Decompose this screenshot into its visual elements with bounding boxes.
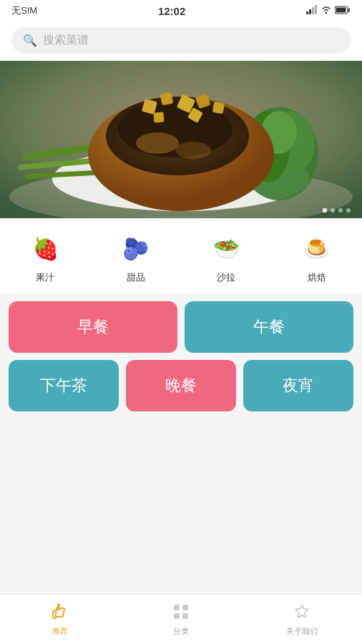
search-icon: 🔍: [23, 34, 37, 47]
category-section: 🍓 果汁 🫐 甜品 🥗 沙拉 🍮 烘焙: [0, 218, 362, 293]
tab-recommend[interactable]: 推荐: [0, 597, 121, 643]
svg-rect-32: [174, 613, 180, 619]
search-bar: 🔍 搜索菜谱: [0, 21, 362, 61]
dinner-button[interactable]: 晚餐: [126, 360, 236, 411]
juice-icon: 🍓: [26, 230, 64, 267]
svg-rect-1: [309, 9, 311, 14]
svg-rect-2: [312, 7, 314, 14]
svg-rect-6: [348, 8, 350, 11]
svg-rect-33: [182, 613, 188, 619]
meal-row-1: 早餐 午餐: [9, 301, 353, 353]
svg-rect-28: [153, 112, 164, 122]
status-carrier: 无SIM: [11, 4, 37, 17]
svg-rect-30: [174, 605, 180, 610]
status-bar: 无SIM 12:02: [0, 0, 362, 21]
hero-dot-3: [338, 208, 343, 213]
supper-button[interactable]: 夜宵: [243, 360, 353, 411]
svg-rect-31: [182, 605, 188, 610]
svg-point-21: [136, 132, 179, 154]
tab-bar: 推荐 分类 关于我们: [0, 594, 362, 644]
dessert-label: 甜品: [127, 271, 145, 284]
afternoon-tea-button[interactable]: 下午茶: [9, 360, 119, 411]
svg-rect-24: [160, 92, 174, 106]
tab-about-label: 关于我们: [286, 626, 318, 637]
baking-label: 烘焙: [308, 271, 326, 284]
tab-category[interactable]: 分类: [121, 597, 242, 643]
search-input[interactable]: 🔍 搜索菜谱: [11, 27, 351, 54]
category-baking[interactable]: 🍮 烘焙: [288, 230, 346, 284]
category-salad[interactable]: 🥗 沙拉: [197, 230, 255, 284]
baking-icon: 🍮: [298, 230, 336, 267]
svg-point-4: [326, 12, 327, 14]
svg-point-22: [175, 142, 211, 159]
hero-dot-1: [323, 208, 327, 213]
meal-row-2: 下午茶 晚餐 夜宵: [9, 360, 353, 411]
hero-banner: [0, 61, 362, 218]
breakfast-button[interactable]: 早餐: [9, 301, 177, 353]
svg-rect-27: [212, 102, 225, 114]
svg-rect-0: [306, 11, 308, 14]
battery-icon: [335, 6, 351, 16]
juice-label: 果汁: [36, 271, 54, 284]
status-icons: [306, 5, 351, 16]
grid-icon: [172, 602, 190, 624]
tab-recommend-label: 推荐: [52, 626, 68, 637]
meal-grid: 早餐 午餐 下午茶 晚餐 夜宵: [0, 293, 362, 420]
signal-icon: [306, 5, 318, 16]
hero-food-image: [0, 61, 362, 218]
search-placeholder: 搜索菜谱: [43, 33, 89, 48]
hero-pagination-dots: [323, 208, 351, 213]
wifi-icon: [321, 5, 332, 16]
hero-dot-2: [331, 208, 335, 213]
lunch-button[interactable]: 午餐: [185, 301, 353, 353]
salad-icon: 🥗: [207, 230, 245, 267]
category-juice[interactable]: 🍓 果汁: [16, 230, 74, 284]
thumb-up-icon: [51, 602, 69, 624]
dessert-icon: 🫐: [117, 230, 155, 267]
category-dessert[interactable]: 🫐 甜品: [107, 230, 165, 284]
status-time: 12:02: [158, 5, 185, 17]
svg-rect-3: [315, 5, 317, 14]
tab-category-label: 分类: [173, 626, 189, 637]
content-area: [0, 420, 362, 531]
salad-label: 沙拉: [217, 271, 235, 284]
hero-dot-4: [346, 208, 351, 213]
svg-rect-7: [336, 7, 346, 12]
tab-about[interactable]: 关于我们: [241, 597, 362, 643]
star-icon: [293, 602, 311, 624]
